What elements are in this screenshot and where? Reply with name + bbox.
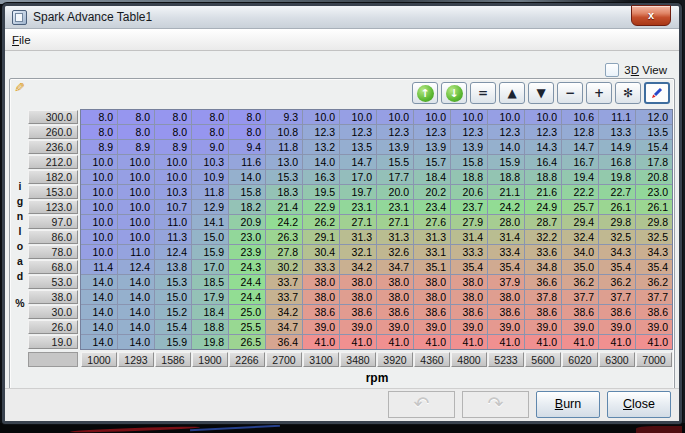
table-cell[interactable]: 19.8 xyxy=(599,170,635,184)
table-cell[interactable]: 10.0 xyxy=(451,110,487,124)
table-cell[interactable]: 33.3 xyxy=(451,245,487,259)
table-cell[interactable]: 12.3 xyxy=(303,125,339,139)
table-cell[interactable]: 18.8 xyxy=(488,170,524,184)
table-cell[interactable]: 16.8 xyxy=(599,155,635,169)
set-equal-button[interactable]: = xyxy=(470,82,496,104)
table-cell[interactable]: 18.8 xyxy=(192,320,228,334)
table-cell[interactable]: 12.3 xyxy=(451,125,487,139)
row-header[interactable]: 236.0 xyxy=(28,140,78,154)
table-cell[interactable]: 38.6 xyxy=(488,305,524,319)
table-cell[interactable]: 35.1 xyxy=(414,260,450,274)
row-header[interactable]: 153.0 xyxy=(28,185,78,199)
decrease-button[interactable]: − xyxy=(557,82,583,104)
table-cell[interactable]: 39.0 xyxy=(377,320,413,334)
table-cell[interactable]: 24.2 xyxy=(488,200,524,214)
table-cell[interactable]: 12.4 xyxy=(118,260,154,274)
table-cell[interactable]: 12.3 xyxy=(414,125,450,139)
row-header[interactable]: 38.0 xyxy=(28,290,78,304)
table-cell[interactable]: 32.5 xyxy=(599,230,635,244)
table-cell[interactable]: 14.0 xyxy=(118,290,154,304)
table-cell[interactable]: 10.0 xyxy=(81,230,117,244)
table-cell[interactable]: 14.0 xyxy=(118,305,154,319)
table-cell[interactable]: 10.0 xyxy=(118,185,154,199)
table-cell[interactable]: 19.4 xyxy=(562,170,598,184)
table-cell[interactable]: 38.0 xyxy=(377,275,413,289)
table-cell[interactable]: 21.1 xyxy=(488,185,524,199)
col-header[interactable]: 6020 xyxy=(562,352,598,367)
table-cell[interactable]: 12.9 xyxy=(192,200,228,214)
table-cell[interactable]: 23.1 xyxy=(340,200,376,214)
row-header[interactable]: 123.0 xyxy=(28,200,78,214)
table-cell[interactable]: 34.8 xyxy=(525,260,561,274)
table-cell[interactable]: 29.1 xyxy=(303,230,339,244)
table-cell[interactable]: 10.0 xyxy=(303,110,339,124)
table-cell[interactable]: 13.2 xyxy=(303,140,339,154)
col-header[interactable]: 5600 xyxy=(525,352,561,367)
table-cell[interactable]: 41.0 xyxy=(636,335,672,349)
table-cell[interactable]: 10.0 xyxy=(81,200,117,214)
table-cell[interactable]: 8.9 xyxy=(81,140,117,154)
table-cell[interactable]: 13.9 xyxy=(451,140,487,154)
table-cell[interactable]: 14.7 xyxy=(562,140,598,154)
col-header[interactable]: 5233 xyxy=(488,352,524,367)
table-cell[interactable]: 15.4 xyxy=(636,140,672,154)
table-cell[interactable]: 29.8 xyxy=(636,215,672,229)
table-cell[interactable]: 10.0 xyxy=(377,110,413,124)
table-cell[interactable]: 20.8 xyxy=(636,170,672,184)
table-cell[interactable]: 37.7 xyxy=(562,290,598,304)
table-cell[interactable]: 28.0 xyxy=(488,215,524,229)
table-cell[interactable]: 8.0 xyxy=(192,125,228,139)
table-cell[interactable]: 16.4 xyxy=(525,155,561,169)
increment-down-button[interactable]: ▼ xyxy=(528,82,554,104)
table-cell[interactable]: 22.2 xyxy=(562,185,598,199)
increase-button[interactable]: + xyxy=(586,82,612,104)
table-cell[interactable]: 24.4 xyxy=(229,275,265,289)
table-cell[interactable]: 18.2 xyxy=(229,200,265,214)
table-cell[interactable]: 28.7 xyxy=(525,215,561,229)
col-header[interactable]: 3480 xyxy=(340,352,376,367)
table-cell[interactable]: 38.0 xyxy=(451,290,487,304)
row-header[interactable]: 300.0 xyxy=(28,110,78,124)
table-cell[interactable]: 14.3 xyxy=(525,140,561,154)
table-cell[interactable]: 38.0 xyxy=(340,275,376,289)
table-cell[interactable]: 18.3 xyxy=(266,185,302,199)
edit-pencil-button[interactable] xyxy=(644,82,670,104)
table-cell[interactable]: 36.2 xyxy=(562,275,598,289)
table-cell[interactable]: 33.7 xyxy=(266,275,302,289)
table-cell[interactable]: 19.8 xyxy=(192,335,228,349)
table-cell[interactable]: 8.0 xyxy=(229,125,265,139)
table-cell[interactable]: 31.3 xyxy=(414,230,450,244)
table-cell[interactable]: 22.7 xyxy=(599,185,635,199)
table-cell[interactable]: 14.0 xyxy=(81,335,117,349)
table-cell[interactable]: 18.5 xyxy=(192,275,228,289)
table-cell[interactable]: 10.0 xyxy=(118,215,154,229)
table-cell[interactable]: 15.5 xyxy=(377,155,413,169)
row-header[interactable]: 212.0 xyxy=(28,155,78,169)
table-cell[interactable]: 13.0 xyxy=(266,155,302,169)
table-cell[interactable]: 18.4 xyxy=(192,305,228,319)
table-cell[interactable]: 27.9 xyxy=(451,215,487,229)
table-cell[interactable]: 10.0 xyxy=(81,245,117,259)
table-cell[interactable]: 8.9 xyxy=(155,140,191,154)
increment-up-button[interactable]: ▲ xyxy=(499,82,525,104)
table-cell[interactable]: 8.0 xyxy=(81,125,117,139)
table-cell[interactable]: 34.3 xyxy=(599,245,635,259)
row-header[interactable]: 26.0 xyxy=(28,320,78,334)
table-cell[interactable]: 41.0 xyxy=(414,335,450,349)
table-cell[interactable]: 23.0 xyxy=(636,185,672,199)
col-header[interactable]: 1900 xyxy=(192,352,228,367)
table-cell[interactable]: 31.4 xyxy=(451,230,487,244)
table-cell[interactable]: 27.1 xyxy=(377,215,413,229)
table-cell[interactable]: 24.2 xyxy=(266,215,302,229)
table-cell[interactable]: 10.9 xyxy=(192,170,228,184)
table-cell[interactable]: 13.8 xyxy=(155,260,191,274)
table-cell[interactable]: 38.0 xyxy=(340,290,376,304)
table-cell[interactable]: 14.0 xyxy=(118,320,154,334)
table-cell[interactable]: 15.8 xyxy=(451,155,487,169)
table-cell[interactable]: 26.1 xyxy=(599,200,635,214)
table-cell[interactable]: 29.4 xyxy=(562,215,598,229)
table-cell[interactable]: 30.4 xyxy=(303,245,339,259)
table-cell[interactable]: 38.6 xyxy=(303,305,339,319)
table-cell[interactable]: 9.3 xyxy=(266,110,302,124)
col-header[interactable]: 2700 xyxy=(266,352,302,367)
